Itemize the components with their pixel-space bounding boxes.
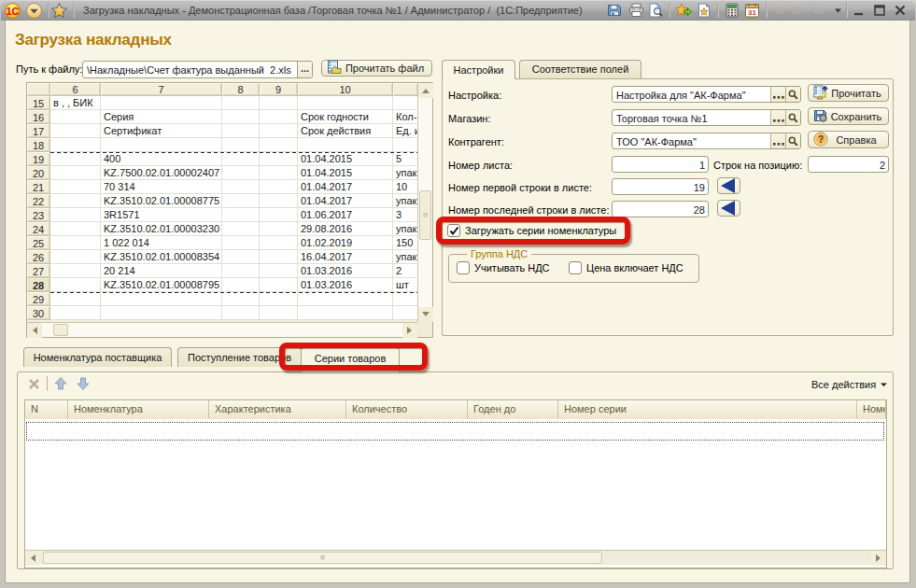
sheet-cell[interactable]: Кол- <box>393 110 417 124</box>
sheet-cell[interactable]: шт <box>393 278 417 292</box>
memory-recall-button[interactable]: M <box>771 0 786 21</box>
sheet-cell[interactable] <box>260 264 298 278</box>
sheet-cell[interactable]: 16.04.2017 <box>298 250 393 264</box>
sheet-row-number[interactable]: 30 <box>27 306 50 320</box>
sheet-cell[interactable]: Серия <box>101 110 222 124</box>
sheet-cell[interactable] <box>222 306 260 320</box>
sheet-cell[interactable] <box>298 138 393 152</box>
sheet-cell[interactable] <box>50 264 101 278</box>
sheet-cell[interactable] <box>260 138 298 152</box>
sheet-cell[interactable] <box>260 250 298 264</box>
help-button[interactable]: ? Справка <box>808 131 889 148</box>
move-down-button[interactable] <box>76 376 91 391</box>
minimize-button[interactable] <box>850 0 867 21</box>
close-button[interactable] <box>891 0 909 21</box>
sheet-cell[interactable] <box>50 292 101 306</box>
maximize-button[interactable] <box>870 0 888 21</box>
scroll-right-button[interactable] <box>402 323 417 338</box>
sheet-row-number[interactable]: 23 <box>27 208 50 222</box>
scroll-up-button[interactable] <box>418 83 433 98</box>
sheet-cell[interactable] <box>222 292 260 306</box>
shop-input[interactable]: Торговая точка №1 <box>612 109 801 126</box>
sheet-row-number[interactable]: 25 <box>27 236 50 250</box>
series-column-header[interactable]: Номер серии <box>558 400 857 419</box>
sheet-cell[interactable] <box>260 124 298 138</box>
series-empty-row[interactable] <box>26 422 884 441</box>
sheet-cell[interactable]: KZ.3510.02.01.00003230 <box>101 222 222 236</box>
sheet-row-number[interactable]: 24 <box>27 222 50 236</box>
series-column-header[interactable]: N <box>25 400 68 419</box>
sheet-row-number[interactable]: 15 <box>27 96 50 110</box>
print-preview-button[interactable] <box>647 0 664 21</box>
sheet-number-input[interactable]: 1 <box>612 156 709 173</box>
sheet-cell[interactable] <box>298 306 393 320</box>
favorites-add-button[interactable] <box>696 0 712 21</box>
sheet-cell[interactable] <box>260 222 298 236</box>
contractor-search-button[interactable] <box>785 133 800 148</box>
sheet-cell[interactable] <box>260 110 298 124</box>
sheet-hscrollbar[interactable] <box>27 322 417 337</box>
sheet-cell[interactable]: 01.04.2017 <box>298 180 393 194</box>
sheet-cell[interactable] <box>50 166 101 180</box>
setting-choose-button[interactable] <box>770 87 785 102</box>
sheet-cell[interactable] <box>260 166 298 180</box>
sheet-cell[interactable] <box>50 236 101 250</box>
read-button[interactable]: Прочитать <box>808 84 889 102</box>
scroll-right-button[interactable] <box>871 551 886 566</box>
move-up-button[interactable] <box>53 376 68 391</box>
sheet-cell[interactable]: 01.03.2016 <box>298 264 393 278</box>
series-hscroll-thumb[interactable] <box>43 552 602 564</box>
sheet-cell[interactable]: 10 <box>393 180 417 194</box>
shop-search-button[interactable] <box>785 110 800 125</box>
sheet-cell[interactable] <box>50 278 101 292</box>
series-column-header[interactable]: Годен до <box>468 400 558 419</box>
setting-input[interactable]: Настройка для "АК-Фарма" <box>612 86 801 103</box>
all-actions-button[interactable]: Все действия <box>811 379 888 390</box>
first-row-input[interactable]: 19 <box>612 178 709 195</box>
sheet-cell[interactable] <box>50 110 101 124</box>
tab-field-mapping[interactable]: Соответствие полей <box>519 60 641 78</box>
sheet-row-number[interactable]: 20 <box>27 166 50 180</box>
sheet-cell[interactable] <box>50 124 101 138</box>
hscroll-thumb[interactable] <box>53 324 68 336</box>
sheet-cell[interactable]: 20 214 <box>101 264 222 278</box>
sheet-row-number[interactable]: 26 <box>27 250 50 264</box>
shop-choose-button[interactable] <box>770 110 785 125</box>
sheet-cell[interactable] <box>260 236 298 250</box>
sheet-cell[interactable] <box>50 152 101 166</box>
delete-row-button[interactable] <box>27 377 42 392</box>
sheet-cell[interactable] <box>101 138 222 152</box>
print-button[interactable] <box>627 0 644 21</box>
sheet-cell[interactable] <box>101 292 222 306</box>
sheet-cell[interactable]: KZ.3510.02.01.00008354 <box>101 250 222 264</box>
setting-search-button[interactable] <box>785 87 800 102</box>
system-menu-button[interactable] <box>26 0 42 21</box>
calculator-button[interactable] <box>724 0 740 21</box>
sheet-cell[interactable]: 01.03.2016 <box>298 278 393 292</box>
sheet-cell[interactable] <box>101 96 222 110</box>
sheet-cell[interactable] <box>222 152 260 166</box>
sheet-cell[interactable]: 01.04.2015 <box>298 166 393 180</box>
sheet-cell[interactable]: упак <box>393 250 417 264</box>
vscroll-thumb[interactable] <box>419 190 431 240</box>
sheet-row-number[interactable]: 29 <box>27 292 50 306</box>
sheet-cell[interactable]: 5 <box>393 152 417 166</box>
sheet-cell[interactable] <box>222 250 260 264</box>
sheet-cell[interactable]: 150 <box>393 236 417 250</box>
sheet-cell[interactable] <box>298 292 393 306</box>
sheet-cell[interactable] <box>50 306 101 320</box>
sheet-cell[interactable]: 01.06.2017 <box>298 208 393 222</box>
sheet-cell[interactable] <box>260 278 298 292</box>
last-row-input[interactable]: 28 <box>612 201 709 217</box>
scroll-down-button[interactable] <box>418 307 433 322</box>
sheet-cell[interactable] <box>393 96 417 110</box>
last-row-pick-button[interactable] <box>717 200 740 217</box>
sheet-cell[interactable]: KZ.3510.02.01.00008775 <box>101 194 222 208</box>
save-titlebar-button[interactable] <box>606 0 623 21</box>
favorites-star-button[interactable] <box>51 0 67 21</box>
sheet-cell[interactable]: 01.04.2015 <box>298 152 393 166</box>
sheet-cell[interactable]: 2 <box>393 264 417 278</box>
sheet-cell[interactable] <box>222 278 260 292</box>
sheet-column-header[interactable]: 8 <box>222 83 260 96</box>
read-file-button[interactable]: Прочитать файл <box>321 60 432 77</box>
